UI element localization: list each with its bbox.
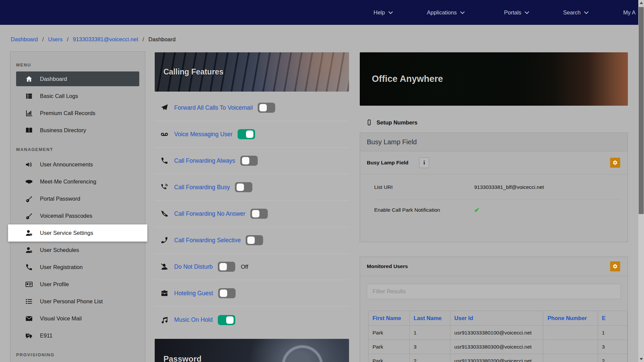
breadcrumb-dashboard-0[interactable]: Dashboard [11, 36, 38, 43]
feature-link-music-on-hold[interactable]: Music On Hold [174, 316, 213, 323]
sidebar-item-business-directory[interactable]: Business Directory [10, 122, 145, 139]
feature-row-music-on-hold: Music On Hold [155, 307, 349, 333]
sidebar-item-user-schedules[interactable]: User Schedules [10, 242, 145, 259]
dnd-state-text: Off [241, 264, 248, 270]
phone-flip-icon [160, 236, 168, 244]
column-header-e[interactable]: E [598, 311, 627, 326]
feature-row-forward-all-calls-to-voicemail: Forward All Calls To Voicemail [155, 95, 349, 121]
sidebar-item-user-profile[interactable]: User Profile [10, 276, 145, 293]
scrollbar-down-button[interactable] [638, 356, 644, 362]
toggle-music-on-hold[interactable] [218, 315, 235, 325]
table-cell: Park [368, 340, 410, 354]
nav-item-applications[interactable]: Applications [427, 0, 465, 25]
sidebar-item-label: User Service Settings [40, 230, 93, 236]
table-cell: usr9133033380200@voicecci.net [450, 354, 543, 362]
table-row: Park3usr9133033380300@voicecci.net3 [368, 340, 628, 354]
table-cell: 3 [598, 340, 627, 354]
toggle-knob [259, 104, 267, 111]
busy-lamp-field-header: Busy Lamp Field i [360, 151, 628, 174]
nav-item-label: Applications [427, 9, 457, 16]
gear-icon [612, 160, 618, 165]
nav-item-my-a[interactable]: My A [623, 0, 636, 25]
sidebar-item-label: Premium Call Records [40, 110, 95, 116]
sidebar-item-user-announcements[interactable]: User Announcements [10, 156, 145, 173]
column-header-phone-number[interactable]: Phone Number [543, 311, 598, 326]
sidebar-section-header-management: MANAGEMENT [10, 147, 145, 152]
user-slash-icon [160, 263, 168, 271]
sidebar-item-user-registration[interactable]: User Registration [10, 259, 145, 276]
toggle-knob [219, 263, 227, 270]
feature-link-hoteling-guest[interactable]: Hoteling Guest [174, 290, 213, 297]
breadcrumb-9133033381-voicecci-net-2[interactable]: 9133033381@voicecci.net [73, 36, 138, 43]
busy-lamp-field-settings-button[interactable] [610, 158, 620, 168]
feature-row-hoteling-guest: Hoteling Guest [155, 280, 349, 307]
toggle-call-forwarding-busy[interactable] [235, 182, 252, 192]
nav-item-help[interactable]: Help [374, 0, 393, 25]
sidebar-item-user-personal-phone-list[interactable]: User Personal Phone List [10, 293, 145, 310]
monitored-users-label: Monitored Users [367, 263, 408, 269]
monitored-users-header: Monitored Users [360, 257, 628, 276]
feature-row-call-forwarding-busy: Call Forwarding Busy [155, 174, 349, 201]
feature-link-call-forwarding-selective[interactable]: Call Forwarding Selective [174, 237, 241, 244]
busy-lamp-field-panel: Busy Lamp Field Busy Lamp Field i List U… [360, 133, 628, 242]
table-cell: usr9133033380100@voicecci.net [450, 326, 543, 340]
home-icon [25, 75, 33, 83]
sidebar-item-dashboard[interactable]: Dashboard [16, 71, 139, 86]
sidebar-item-label: Business Directory [40, 127, 86, 134]
feature-link-call-forwarding-always[interactable]: Call Forwarding Always [174, 157, 235, 164]
toggle-knob [242, 157, 249, 164]
breadcrumb-dashboard-3: Dashboard [148, 36, 176, 43]
sidebar-item-basic-call-logs[interactable]: Basic Call Logs [10, 88, 145, 105]
chevron-down-icon [525, 11, 529, 14]
column-header-last-name[interactable]: Last Name [409, 311, 450, 326]
feature-link-do-not-disturb[interactable]: Do Not Disturb [174, 263, 213, 270]
table-cell [543, 354, 598, 362]
feature-link-call-forwarding-no-answer[interactable]: Call Forwarding No Answer [174, 210, 245, 217]
breadcrumb-users-1[interactable]: Users [48, 36, 62, 43]
mobile-icon [366, 119, 373, 126]
sidebar-item-premium-call-records[interactable]: Premium Call Records [10, 105, 145, 122]
filter-results-input[interactable] [367, 284, 621, 299]
table-row: Park2usr9133033380200@voicecci.net2 [368, 354, 628, 362]
sidebar-item-user-service-settings[interactable]: User Service Settings [8, 224, 147, 242]
sidebar-item-portal-password[interactable]: Portal Password [10, 190, 145, 207]
toggle-knob [226, 316, 234, 324]
toggle-do-not-disturb[interactable] [218, 262, 235, 272]
column-header-user-id[interactable]: User Id [450, 311, 543, 326]
sidebar-item-label: Portal Password [40, 196, 80, 202]
table-cell: Park [368, 354, 410, 362]
nav-item-search[interactable]: Search [563, 0, 589, 25]
gear-icon [612, 264, 618, 269]
monitored-users-settings-button[interactable] [610, 261, 620, 271]
toggle-call-forwarding-no-answer[interactable] [250, 209, 268, 219]
feature-link-forward-all-calls-to-voicemail[interactable]: Forward All Calls To Voicemail [174, 104, 253, 111]
sidebar-item-label: User Schedules [40, 247, 79, 253]
page-scrollbar[interactable] [638, 0, 644, 362]
setup-numbers-link[interactable]: Setup Numbers [366, 117, 417, 127]
nav-item-portals[interactable]: Portals [504, 0, 529, 25]
sidebar-item-visual-voice-mail[interactable]: Visual Voice Mail [10, 310, 145, 327]
voicemail-icon [160, 130, 168, 138]
toggle-hoteling-guest[interactable] [218, 288, 236, 298]
user-clock-icon [25, 246, 33, 254]
sidebar-item-voicemail-passcodes[interactable]: Voicemail Passcodes [10, 207, 145, 224]
sidebar-item-meet-me-conferencing[interactable]: Meet-Me Conferencing [10, 173, 145, 190]
scrollbar-up-button[interactable] [638, 0, 644, 6]
info-button[interactable]: i [419, 157, 429, 168]
feature-link-call-forwarding-busy[interactable]: Call Forwarding Busy [174, 184, 230, 191]
toggle-forward-all-calls-to-voicemail[interactable] [258, 103, 275, 113]
feature-link-voice-messaging-user[interactable]: Voice Messaging User [174, 131, 233, 138]
table-body: Park1usr9133033380100@voicecci.net1Park3… [368, 326, 628, 362]
briefcase-icon [160, 289, 168, 297]
toggle-call-forwarding-always[interactable] [240, 156, 258, 166]
scrollbar-thumb[interactable] [639, 7, 644, 214]
monitored-users-panel: Monitored Users First NameLast NameUser … [360, 257, 628, 362]
column-header-first-name[interactable]: First Name [368, 311, 410, 326]
sidebar-item-label: Visual Voice Mail [40, 315, 82, 322]
sidebar-item-label: User Profile [40, 281, 69, 288]
feature-row-voice-messaging-user: Voice Messaging User [155, 121, 349, 148]
sidebar-item-label: Dashboard [40, 76, 67, 82]
toggle-call-forwarding-selective[interactable] [246, 235, 263, 245]
toggle-voice-messaging-user[interactable] [238, 129, 255, 139]
sidebar-item-e911[interactable]: E911 [10, 327, 145, 344]
